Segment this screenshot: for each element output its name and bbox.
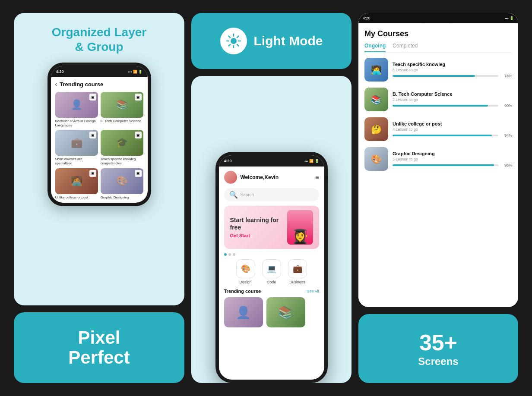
trending-thumb-2[interactable]: 📚 [266,297,305,327]
mid-phone-status: ▪▪▪ 📶 🔋 [305,159,319,163]
course-row-3[interactable]: 🤔 Unlike college or post 4 Lesson to go … [364,117,512,141]
screens-card: 35+ Screens [358,314,518,383]
course-item-2[interactable]: 📚 ▣ B. Tech Computer Science [101,92,143,127]
welcome-row: Welcome,Kevin ≡ [224,171,319,184]
pixel-perfect-text: Pixel Perfect [68,328,130,368]
promo-dots [224,253,319,256]
course-item-3[interactable]: 💼 ▣ Short courses are specialized [55,130,98,165]
mid-column: Light Mode 4:20 ▪▪▪ 📶 🔋 We [191,13,352,383]
right-phone-time: 4:20 [363,16,370,20]
course-row-lesson-1: 8 Lesson to go [393,68,512,72]
bookmark-icon-4[interactable]: ▣ [135,132,142,138]
search-icon: 🔍 [229,191,238,199]
course-label-5: Unlike college or post [55,195,98,200]
progress-wrap-2: 90% [393,104,512,108]
progress-bar-bg-3 [393,135,498,136]
tab-completed[interactable]: Completed [393,43,418,52]
progress-wrap-4: 96% [393,163,512,167]
course-row-1[interactable]: 🧑‍💻 Teach specific knowleg 8 Lesson to g… [364,58,512,82]
course-row-lesson-4: 5 Lesson to go [393,157,512,161]
organized-layer-title: Organized Layer & Group [24,25,174,54]
back-arrow-icon[interactable]: ‹ [55,81,57,88]
course-row-info-4: Graphic Designing 5 Lesson to go 96% [393,151,512,167]
progress-bar-fill-4 [393,164,494,166]
left-column: Organized Layer & Group 4:20 ▪▪▪ 📶 🔋 [14,13,184,383]
progress-pct-2: 90% [501,104,512,108]
course-item-6[interactable]: 🎨 ▣ Graphic Designing [101,168,143,200]
left-phone-content: ‹ Trending course 👤 ▣ Bachelor of Arts i… [51,77,148,203]
progress-bar-bg-1 [393,75,498,77]
bookmark-icon-5[interactable]: ▣ [89,170,96,177]
left-phone-mockup: 4:20 ▪▪▪ 📶 🔋 ‹ Trending course [48,63,151,206]
mid-phone-mockup: 4:20 ▪▪▪ 📶 🔋 Welcome,Kevin ≡ [215,152,328,383]
course-label-2: B. Tech Computer Science [101,119,143,123]
category-business[interactable]: 💼 Business [288,259,307,284]
mid-phone-notch [252,155,291,164]
my-courses-content: My Courses Ongoing Completed 🧑‍💻 Teach s… [358,23,518,307]
course-label-6: Graphic Designing [101,195,143,200]
screens-number: 35+ [419,330,457,355]
left-phone-wrapper: 4:20 ▪▪▪ 📶 🔋 ‹ Trending course [24,63,174,206]
promo-banner[interactable]: Start learning for free Get Start 👩‍🎓 [224,206,319,249]
bookmark-icon-2[interactable]: ▣ [135,94,142,101]
course-label-3: Short courses are specialized [55,157,98,165]
progress-bar-fill-1 [393,75,475,77]
course-row-2[interactable]: 📚 B. Tech Computer Science 2 Lesson to g… [364,88,512,111]
promo-title: Start learning for free [230,217,287,231]
course-item-5[interactable]: 🧑‍💻 ▣ Unlike college or post [55,168,98,200]
promo-figure: 👩‍🎓 [287,210,313,245]
course-item-4[interactable]: 🎓 ▣ Teach specific knowleg competencies [101,130,143,165]
pixel-perfect-card: Pixel Perfect [14,312,184,383]
course-row-4[interactable]: 🎨 Graphic Designing 5 Lesson to go 96% [364,147,512,171]
mid-phone-content: Welcome,Kevin ≡ 🔍 Search Start learning … [219,167,324,332]
bookmark-icon-3[interactable]: ▣ [89,132,96,138]
business-label: Business [289,280,305,284]
course-row-title-2: B. Tech Computer Science [393,91,512,97]
bookmark-icon-6[interactable]: ▣ [135,170,142,177]
design-icon-box: 🎨 [236,259,255,278]
categories-row: 🎨 Design 💻 Code 💼 Business [224,259,319,284]
courses-tabs-row: Ongoing Completed [364,43,512,53]
filter-icon[interactable]: ≡ [315,174,319,181]
course-item-1[interactable]: 👤 ▣ Bachelor of Arts in Foreign Language… [55,92,98,127]
course-row-title-4: Graphic Designing [393,151,512,156]
course-row-lesson-2: 2 Lesson to go [393,97,512,102]
course-row-info-3: Unlike college or post 4 Lesson to go 94… [393,121,512,138]
dot-2 [228,253,231,256]
trending-header: Trending course See All [224,289,319,294]
welcome-text: Welcome,Kevin [241,174,279,180]
left-phone-notch [80,66,119,75]
progress-wrap-1: 78% [393,74,512,78]
trending-thumbs: 👤 📚 [224,297,319,327]
light-mode-icon-wrap [220,28,247,54]
course-row-title-3: Unlike college or post [393,121,512,126]
light-mode-card: Light Mode [191,13,352,69]
course-row-thumb-3: 🤔 [364,117,388,141]
right-column: 4:20 ▪▪▪ 🔋 My Courses Ongoing Completed … [358,13,518,383]
tab-ongoing[interactable]: Ongoing [364,43,386,52]
trending-course-title: Trending course [60,81,103,88]
left-phone-notch-bar: 4:20 ▪▪▪ 📶 🔋 [51,66,148,77]
course-label-4: Teach specific knowleg competencies [101,157,143,165]
course-row-thumb-1: 🧑‍💻 [364,58,388,82]
progress-bar-fill-3 [393,135,492,136]
category-design[interactable]: 🎨 Design [236,259,255,284]
see-all-link[interactable]: See All [307,289,319,293]
code-icon-box: 💻 [262,259,281,278]
left-phone-screen: 4:20 ▪▪▪ 📶 🔋 ‹ Trending course [51,66,148,203]
right-phone-status: ▪▪▪ 🔋 [505,16,514,20]
promo-cta[interactable]: Get Start [230,233,287,238]
course-grid: 👤 ▣ Bachelor of Arts in Foreign Language… [55,92,143,199]
sun-icon [226,33,241,49]
left-phone-time: 4:20 [56,69,64,74]
svg-line-5 [228,36,230,38]
bookmark-icon-1[interactable]: ▣ [89,94,96,101]
mid-phone-card: 4:20 ▪▪▪ 📶 🔋 Welcome,Kevin ≡ [191,76,352,383]
category-code[interactable]: 💻 Code [262,259,281,284]
course-label-1: Bachelor of Arts in Foreign Languages [55,119,98,127]
promo-text-block: Start learning for free Get Start [230,217,287,238]
trending-thumb-1[interactable]: 👤 [224,297,263,327]
svg-line-6 [237,44,239,46]
progress-bar-fill-2 [393,105,488,107]
search-bar[interactable]: 🔍 Search [224,188,319,201]
